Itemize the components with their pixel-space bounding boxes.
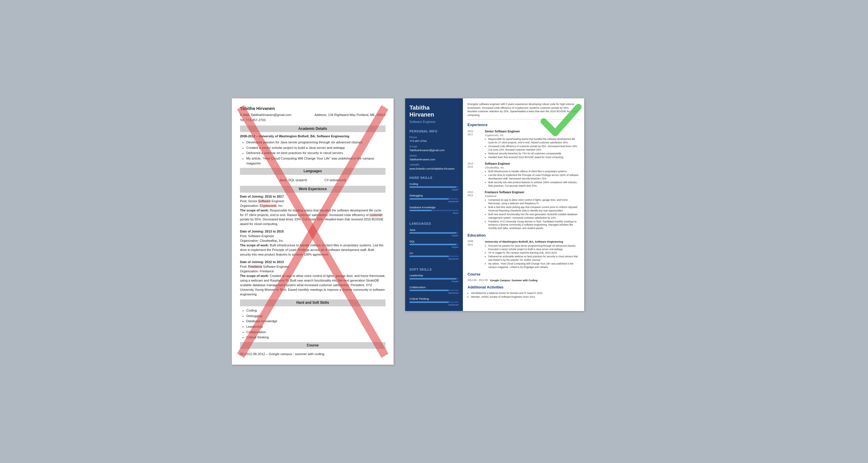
edu-dates-1: 2008 -2012 xyxy=(467,240,483,269)
exp-title-1: Senior Software Engineer xyxy=(485,130,580,134)
edu-entry-1: 2008 -2012 University of Washington Both… xyxy=(467,240,580,269)
work-org-3: Organization: Freelance xyxy=(240,269,385,274)
exp-bullet-3-3: Built new search functionality into the … xyxy=(488,213,580,220)
exp-body-3: Freelance Software Engineer Freelance Co… xyxy=(485,190,580,231)
skill-dbknowledge-name: Database Knowledge xyxy=(409,205,459,209)
right-title: Software Engineer xyxy=(409,120,459,124)
soft-collaboration: Collaboration Advanced xyxy=(409,285,459,295)
summary-text: Energetic software engineer with 5 years… xyxy=(467,102,580,120)
work-org-1: Organization: Cryptoconic, Inc. xyxy=(240,204,385,208)
languages-row: Java, SQL (expert) C# (advanced) xyxy=(240,176,385,184)
www-label: WWW xyxy=(409,154,459,158)
skill-dbknowledge-bar-bg xyxy=(409,210,459,211)
exp-body-1: Senior Software Engineer Cryptoconic, In… xyxy=(485,130,580,160)
exp-entry-2: 2013 -2015 Software Engineer Cloudwallop… xyxy=(467,162,580,188)
lang-java-bar-fill xyxy=(409,232,456,234)
edu-bullet-4: My article, "How Cloud Computing Will Ch… xyxy=(488,262,580,269)
left-name: Tabitha Hirvanen xyxy=(240,105,385,112)
education-section-title: Education xyxy=(467,233,580,238)
exp-bullets-1: Responsible for spearheading teams that … xyxy=(485,138,580,159)
lang-sql-bar-fill xyxy=(409,244,456,245)
work-post-2: Post: Software Engineer xyxy=(240,234,385,238)
skills-list: Coding Debugging Database knowledge Lead… xyxy=(240,308,385,340)
skill-debugging-level: Advanced xyxy=(409,200,459,203)
exp-body-2: Software Engineer Cloudwallop, Inc. Buil… xyxy=(485,162,580,188)
exp-dates-2: 2013 -2015 xyxy=(467,162,483,188)
academic-bullet-3: Delivered a webinar on best practices fo… xyxy=(246,151,385,156)
academic-bullet-1: Developed passion for Java server progra… xyxy=(246,140,385,145)
edu-bullets-1: Pursued my passion for Java server progr… xyxy=(485,244,580,269)
work-entry-1: Date of Joining: 2015 to 2017 Post: Seni… xyxy=(240,194,385,227)
soft-leadership-bar-fill xyxy=(409,278,456,279)
email-value: TabithaHirvanen@gmail.com xyxy=(409,148,459,152)
linkedin-value: www.linkedin.com/in/tabitha-hirvanen xyxy=(409,167,459,170)
skill-debugging-name: Debugging xyxy=(409,194,459,197)
work-date-2: Date of Joining: 2013 to 2015 xyxy=(240,229,385,234)
lang-csharp-bar-bg xyxy=(409,256,459,257)
lang-1: Java, SQL (expert) xyxy=(279,178,307,183)
soft-collaboration-name: Collaboration xyxy=(409,285,459,289)
exp-bullet-2-3: Built security into new product features… xyxy=(488,181,580,188)
skill-coding: Coding Expert xyxy=(409,182,459,191)
left-email: E-Mail: TabithaHirvanen@gmail.com xyxy=(240,113,291,118)
languages-sidebar-title: Languages xyxy=(409,222,459,226)
lang-sql-level: Expert xyxy=(409,245,459,249)
exp-bullets-2: Built infrastructure to handle millions … xyxy=(485,170,580,188)
exp-company-1: Cryptoconic, Inc. xyxy=(485,134,580,137)
skill-dbknowledge-bar-fill xyxy=(409,210,432,211)
exp-bullet-1-1: Responsible for spearheading teams that … xyxy=(488,138,580,144)
edu-body-1: University of Washington Bothell, BA, So… xyxy=(485,240,580,269)
edu-bullet-2: VP of Jugger-ls, the campus machine lear… xyxy=(488,251,580,255)
soft-criticalthinking: Critical Thinking Advanced xyxy=(409,297,459,306)
academic-bullet-2: Created a senior scholar project to buil… xyxy=(246,145,385,150)
languages-sidebar-section: Languages Java Expert SQL Expert C# xyxy=(405,219,463,265)
skill-coding-bar-bg xyxy=(409,186,459,188)
course-section-title: Course xyxy=(467,272,580,277)
soft-leadership: Leadership Expert xyxy=(409,273,459,283)
academic-section-header: Academic Details xyxy=(240,126,385,132)
exp-company-2: Cloudwallop, Inc. xyxy=(485,166,580,170)
skill-dbknowledge: Database Knowledge Basic xyxy=(409,205,459,214)
lang-sql: SQL Expert xyxy=(409,239,459,249)
edu-title-1: University of Washington Bothell, BA, So… xyxy=(485,240,580,243)
lang-java: Java Expert xyxy=(409,228,459,237)
exp-dates-1: 2015 -2017 xyxy=(467,130,483,160)
work-org-2: Organization: Cloudwallop, Inc. xyxy=(240,238,385,243)
lang-sql-name: SQL xyxy=(409,239,459,243)
academic-dates: 2008-2012 – xyxy=(240,134,258,138)
exp-bullet-2-2: Led the drive to implement the Principle… xyxy=(488,174,580,180)
work-post-1: Post: Senior Software Engineer xyxy=(240,199,385,204)
left-tel: Tel: 773-457-2703 xyxy=(240,118,385,123)
skill-coding-level: Expert xyxy=(409,188,459,191)
additional-bullets: Shortlisted for a National Center for Wo… xyxy=(467,292,580,299)
soft-criticalthinking-name: Critical Thinking xyxy=(409,297,459,301)
www-value: TabithaHirvanen.com xyxy=(409,158,459,161)
lang-2: C# (advanced) xyxy=(324,178,346,183)
skill-4: Leadership xyxy=(246,324,385,329)
skill-debugging-bar-bg xyxy=(409,198,459,200)
soft-collaboration-bar-fill xyxy=(409,290,449,291)
exp-company-3: Freelance xyxy=(485,194,580,198)
skill-1: Coding xyxy=(246,308,385,313)
soft-skills-title: Soft Skills xyxy=(409,267,459,272)
lang-csharp-bar-fill xyxy=(409,256,449,257)
exp-dates-3: 2012 -2013 xyxy=(467,190,483,231)
lang-sql-bar-bg xyxy=(409,244,459,245)
left-address: Address: 134 Rightward Way Portland, ME,… xyxy=(315,113,385,118)
skill-debugging-bar-fill xyxy=(409,198,449,200)
exp-entry-1: 2015 -2017 Senior Software Engineer Cryp… xyxy=(467,130,580,160)
sidebar: TabithaHirvanen Software Engineer Person… xyxy=(405,98,463,311)
exp-title-3: Freelance Software Engineer xyxy=(485,190,580,194)
soft-leadership-level: Expert xyxy=(409,280,459,283)
work-section-header: Work Experience xyxy=(240,186,385,192)
skill-2: Debugging xyxy=(246,313,385,319)
lang-java-level: Expert xyxy=(409,234,459,237)
soft-collaboration-bar-bg xyxy=(409,290,459,291)
soft-leadership-bar-bg xyxy=(409,278,459,279)
exp-bullet-1-2: Increased code efficiency of customer po… xyxy=(488,145,580,152)
academic-entry: 2008-2012 – University of Washington Bot… xyxy=(240,134,385,166)
work-scope-1: The scope of work: Responsible for leadi… xyxy=(240,208,385,227)
soft-criticalthinking-level: Advanced xyxy=(409,303,459,306)
skills-section-header: Hard and Soft Skills xyxy=(240,299,385,306)
lang-csharp-level: Advanced xyxy=(409,257,459,261)
